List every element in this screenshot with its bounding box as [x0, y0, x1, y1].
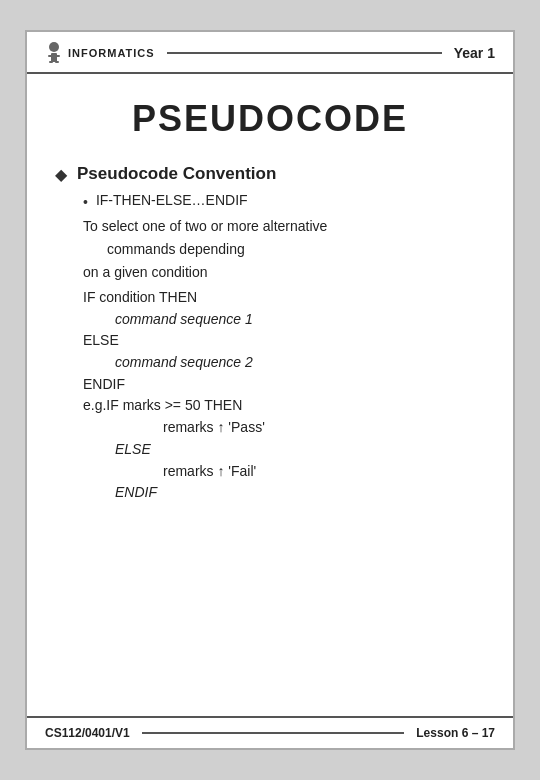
- main-bullet: ◆ Pseudocode Convention: [55, 164, 485, 184]
- footer-left: CS112/0401/V1: [45, 726, 130, 740]
- footer-divider: [142, 732, 405, 734]
- code-line-8: ELSE: [115, 439, 485, 461]
- code-line-10: ENDIF: [115, 482, 485, 504]
- content-area: ◆ Pseudocode Convention • IF-THEN-ELSE…E…: [27, 156, 513, 716]
- slide: INFORMATICS Year 1 PSEUDOCODE ◆ Pseudoco…: [25, 30, 515, 750]
- code-block: IF condition THEN command sequence 1 ELS…: [83, 287, 485, 504]
- code-line-1: IF condition THEN: [83, 287, 485, 309]
- header-divider: [167, 52, 442, 54]
- header: INFORMATICS Year 1: [27, 32, 513, 74]
- logo-area: INFORMATICS: [45, 42, 155, 64]
- description-line3: on a given condition: [83, 262, 485, 283]
- informatics-icon: [45, 42, 63, 64]
- year-label: Year 1: [454, 45, 495, 61]
- section-title: Pseudocode Convention: [77, 164, 276, 184]
- code-line-2: command sequence 1: [115, 309, 485, 331]
- svg-point-0: [49, 42, 59, 52]
- footer-right: Lesson 6 – 17: [416, 726, 495, 740]
- diamond-icon: ◆: [55, 165, 67, 184]
- code-line-3: ELSE: [83, 330, 485, 352]
- code-line-9: remarks ↑ 'Fail': [163, 461, 485, 483]
- title-section: PSEUDOCODE: [27, 74, 513, 156]
- main-title: PSEUDOCODE: [132, 98, 408, 139]
- svg-rect-3: [49, 61, 53, 63]
- svg-rect-4: [55, 61, 59, 63]
- footer: CS112/0401/V1 Lesson 6 – 17: [27, 716, 513, 748]
- code-line-6: e.g.IF marks >= 50 THEN: [83, 395, 485, 417]
- svg-rect-2: [48, 55, 60, 57]
- description-line2: commands depending: [107, 239, 485, 260]
- code-line-7: remarks ↑ 'Pass': [163, 417, 485, 439]
- sub-bullet: • IF-THEN-ELSE…ENDIF: [83, 192, 485, 210]
- code-line-4: command sequence 2: [115, 352, 485, 374]
- code-line-5: ENDIF: [83, 374, 485, 396]
- if-then-else-label: IF-THEN-ELSE…ENDIF: [96, 192, 248, 208]
- description-line1: To select one of two or more alternative: [83, 216, 485, 237]
- svg-rect-1: [51, 53, 57, 62]
- logo-text: INFORMATICS: [68, 47, 155, 59]
- bullet-dot: •: [83, 194, 88, 210]
